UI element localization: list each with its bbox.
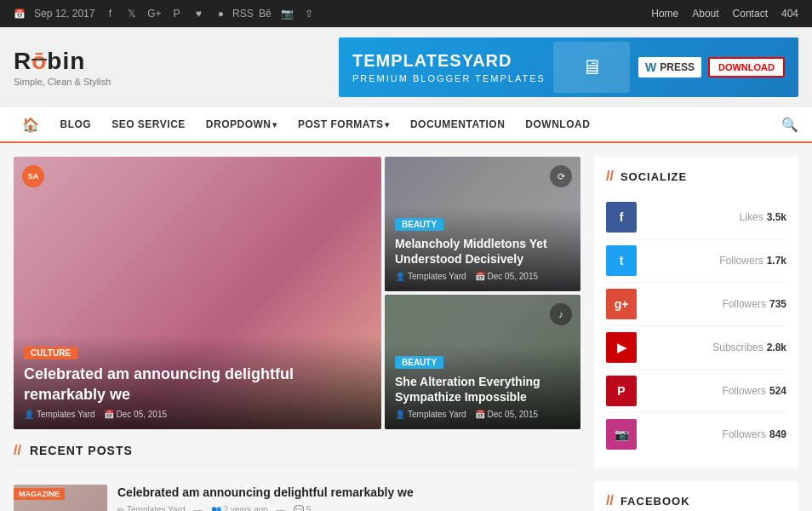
contact-nav-link[interactable]: Contact bbox=[733, 8, 768, 20]
twitter-stats: Followers 1.7k bbox=[645, 255, 786, 267]
press-label: PRESS bbox=[660, 61, 695, 73]
recent-post-separator: — bbox=[194, 505, 203, 511]
featured-top-right-meta: 👤 Templates Yard 📅 Dec 05, 2015 bbox=[395, 272, 570, 281]
topbar-date: Sep 12, 2017 bbox=[34, 8, 94, 20]
featured-main-author: 👤 Templates Yard bbox=[24, 410, 95, 419]
rss-top-icon[interactable]: RSS bbox=[236, 7, 249, 20]
facebook-section-title: FACEBOOK bbox=[620, 495, 690, 508]
nav-dropdown[interactable]: DROPDOWN▾ bbox=[197, 106, 286, 142]
post-formats-chevron: ▾ bbox=[385, 120, 390, 129]
featured-top-right-category: BEAUTY bbox=[395, 218, 443, 231]
ad-download-button[interactable]: DOWNLOAD bbox=[708, 57, 785, 78]
youtube-count: 2.8k bbox=[767, 342, 786, 353]
ad-subtitle: PREMIUM BLOGGER TEMPLATES bbox=[352, 73, 546, 83]
nav-items: 🏠 BLOG SEO SERVICE DROPDOWN▾ POST FORMAT… bbox=[14, 106, 598, 142]
pinterest-stats: Followers 524 bbox=[645, 385, 786, 397]
social-pinterest-row: P Followers 524 bbox=[606, 370, 786, 413]
facebook-top-icon[interactable]: f bbox=[103, 7, 117, 20]
twitter-button[interactable]: t bbox=[606, 245, 637, 276]
featured-bottom-right-author: 👤 Templates Yard bbox=[395, 410, 466, 419]
author-badge: SA bbox=[22, 165, 44, 187]
nav-home[interactable]: 🏠 bbox=[14, 106, 49, 142]
nav-seo[interactable]: SEO SERVICE bbox=[103, 106, 194, 142]
sidebar: // SOCIALIZE f Likes 3.5k t Followers 1.… bbox=[594, 157, 798, 511]
social-facebook-row: f Likes 3.5k bbox=[606, 196, 786, 239]
share-badge-bottom[interactable]: ♪ bbox=[550, 303, 572, 325]
featured-bottom-right-overlay: BEAUTY She Alteration Everything Sympath… bbox=[385, 345, 580, 429]
featured-bottom-right-meta: 👤 Templates Yard 📅 Dec 05, 2015 bbox=[395, 410, 570, 419]
recent-post-item[interactable]: MAGAZINE Celebrated am announcing deligh… bbox=[14, 476, 580, 511]
socialize-title: SOCIALIZE bbox=[620, 170, 687, 183]
facebook-count: 3.5k bbox=[767, 211, 786, 223]
recent-post-separator2: — bbox=[277, 505, 285, 511]
featured-top-right-title: Melancholy Middletons Yet Understood Dec… bbox=[395, 236, 570, 267]
share-badge-top[interactable]: ⟳ bbox=[550, 165, 572, 187]
twitter-label: Followers bbox=[719, 255, 763, 267]
instagram-top-icon[interactable]: 📷 bbox=[280, 7, 294, 20]
recent-posts-header: // RECENT POSTS bbox=[14, 443, 580, 466]
date-icon3: 📅 bbox=[475, 410, 485, 419]
content-area: SA CULTURE Celebrated am announcing deli… bbox=[14, 157, 580, 511]
date-icon2: 📅 bbox=[475, 272, 485, 281]
main-nav: 🏠 BLOG SEO SERVICE DROPDOWN▾ POST FORMAT… bbox=[0, 107, 812, 143]
pinterest-top-icon[interactable]: P bbox=[169, 7, 183, 20]
featured-grid: SA CULTURE Celebrated am announcing deli… bbox=[14, 157, 580, 429]
twitter-top-icon[interactable]: 𝕏 bbox=[125, 7, 139, 20]
behance-top-icon[interactable]: Bē bbox=[258, 7, 272, 20]
featured-main-post[interactable]: SA CULTURE Celebrated am announcing deli… bbox=[14, 157, 381, 429]
pinterest-button[interactable]: P bbox=[606, 376, 637, 406]
featured-top-right-date: 📅 Dec 05, 2015 bbox=[475, 272, 539, 281]
recent-post-category: MAGAZINE bbox=[14, 488, 65, 500]
search-button[interactable]: 🔍 bbox=[781, 117, 798, 133]
social-youtube-row: ▶ Subscribes 2.8k bbox=[606, 326, 786, 370]
featured-main-meta: 👤 Templates Yard 📅 Dec 05, 2015 bbox=[24, 410, 371, 419]
logo-text: Rōbin bbox=[14, 48, 111, 75]
ad-banner[interactable]: TEMPLATESYARD PREMIUM BLOGGER TEMPLATES … bbox=[339, 37, 798, 97]
instagram-button[interactable]: 📷 bbox=[606, 419, 637, 450]
topbar-left: 📅 Sep 12, 2017 f 𝕏 G+ P ♥ ● RSS Bē 📷 ⇧ bbox=[14, 7, 316, 20]
dribbble-top-icon[interactable]: ● bbox=[214, 7, 227, 20]
site-logo[interactable]: Rōbin Simple, Clean & Stylish bbox=[14, 48, 111, 87]
nav-download[interactable]: DOWNLOAD bbox=[517, 106, 598, 142]
instagram-label: Followers bbox=[723, 428, 766, 440]
author-icon3: 👤 bbox=[395, 410, 405, 419]
site-header: Rōbin Simple, Clean & Stylish TEMPLATESY… bbox=[0, 27, 812, 107]
heart-top-icon[interactable]: ♥ bbox=[192, 7, 205, 20]
topbar-right: Home About Contact 404 bbox=[651, 8, 798, 20]
nav-post-formats[interactable]: POST FORMATS▾ bbox=[289, 106, 398, 142]
featured-main-overlay: CULTURE Celebrated am announcing delight… bbox=[14, 336, 381, 429]
recent-post-time: 👥 2 years ago bbox=[211, 505, 268, 511]
instagram-count: 849 bbox=[769, 428, 786, 440]
social-twitter-row: t Followers 1.7k bbox=[606, 239, 786, 283]
home-nav-link[interactable]: Home bbox=[651, 8, 678, 20]
404-nav-link[interactable]: 404 bbox=[781, 8, 798, 20]
ad-device-icon: 🖥 bbox=[553, 42, 630, 93]
recent-post-comments: 💬 5 bbox=[294, 505, 312, 511]
recent-post-title: Celebrated am announcing delightful rema… bbox=[117, 485, 580, 500]
pinterest-count: 524 bbox=[769, 385, 786, 397]
googleplus-top-icon[interactable]: G+ bbox=[147, 7, 161, 20]
recent-posts-slash: // bbox=[14, 443, 21, 458]
nav-documentation[interactable]: DOCUMENTATION bbox=[402, 106, 513, 142]
googleplus-stats: Followers 735 bbox=[645, 298, 786, 310]
facebook-button[interactable]: f bbox=[606, 202, 637, 233]
ad-text: TEMPLATESYARD PREMIUM BLOGGER TEMPLATES bbox=[352, 51, 546, 83]
logo-bar-letter: ō bbox=[31, 48, 47, 75]
top-bar: 📅 Sep 12, 2017 f 𝕏 G+ P ♥ ● RSS Bē 📷 ⇧ H… bbox=[0, 0, 812, 27]
youtube-button[interactable]: ▶ bbox=[606, 332, 637, 363]
featured-bottom-right-post[interactable]: ♪ BEAUTY She Alteration Everything Sympa… bbox=[385, 295, 580, 429]
about-nav-link[interactable]: About bbox=[692, 8, 718, 20]
featured-top-right-overlay: BEAUTY Melancholy Middletons Yet Underst… bbox=[385, 207, 580, 291]
recent-post-author: ✏ Templates Yard bbox=[117, 505, 186, 511]
googleplus-button[interactable]: g+ bbox=[606, 289, 637, 319]
calendar-icon: 📅 bbox=[14, 9, 26, 20]
author-icon: 👤 bbox=[24, 410, 34, 419]
nav-blog[interactable]: BLOG bbox=[52, 106, 100, 142]
featured-top-right-post[interactable]: ⟳ BEAUTY Melancholy Middletons Yet Under… bbox=[385, 157, 580, 291]
ad-right: W PRESS DOWNLOAD bbox=[638, 57, 785, 78]
socialize-section: // SOCIALIZE f Likes 3.5k t Followers 1.… bbox=[594, 157, 798, 468]
date-icon: 📅 bbox=[104, 410, 114, 419]
facebook-header: // FACEBOOK bbox=[606, 493, 786, 508]
share-top-icon[interactable]: ⇧ bbox=[302, 7, 316, 20]
ad-title: TEMPLATESYARD bbox=[352, 51, 546, 71]
